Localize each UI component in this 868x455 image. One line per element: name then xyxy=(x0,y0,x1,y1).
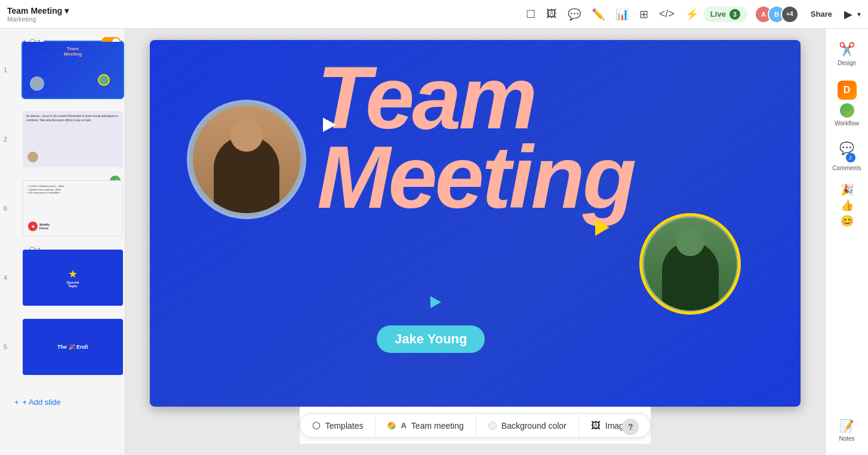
emoji-thumbsup[interactable]: 👍 xyxy=(841,199,854,212)
emoji-party[interactable]: 🎉 xyxy=(841,183,854,196)
play-arrow-top-left xyxy=(323,118,336,132)
slide2-avatar xyxy=(27,152,38,162)
slide-thumb-2: No devices – focus on the content! Remem… xyxy=(23,111,123,167)
slide1-person-right-mini xyxy=(98,74,110,86)
slide-item-2[interactable]: No devices – focus on the content! Remem… xyxy=(21,110,124,168)
live-label: Live xyxy=(710,10,726,19)
slide-item-4[interactable]: 💬3 ★ SpecialTopic xyxy=(21,248,124,307)
bottom-toolbar: ⬡ Templates A Team meeting Background co… xyxy=(300,407,651,444)
slide-title-line1: Team xyxy=(317,58,634,137)
templates-label: Templates xyxy=(325,421,364,431)
document-title[interactable]: Team Meeting ▾ xyxy=(7,6,69,16)
drawing-icon[interactable]: ✏️ xyxy=(592,8,605,21)
bg-color-button[interactable]: Background color xyxy=(476,415,579,436)
slide-number-6: 6 xyxy=(4,205,7,212)
emoji-smile[interactable]: 😊 xyxy=(841,214,854,228)
toolbar-pill: ⬡ Templates A Team meeting Background co… xyxy=(300,413,651,438)
chart-icon[interactable]: 📊 xyxy=(615,8,629,21)
slide-thumb-4: ★ SpecialTopic xyxy=(23,250,123,306)
right-sidebar: ✂️ Design D Workflow 💬 2 Comments 🎉 👍 😊 … xyxy=(825,29,868,455)
slide-number-1: 1 xyxy=(4,66,7,73)
slide-number-4: 4 xyxy=(4,274,7,281)
slide-number-2: 2 xyxy=(4,136,7,143)
add-slide-button[interactable]: + + Add slide xyxy=(7,393,118,411)
slide-item-6[interactable]: ✓ ✓ Confirm marketing report – alpha ✓ U… xyxy=(21,179,124,238)
slide-item-2-wrapper: 2 No devices – focus on the content! Rem… xyxy=(14,106,125,172)
slide-title-line2: Meeting xyxy=(317,137,634,217)
theme-label-letter: A xyxy=(401,421,406,430)
title-area: Team Meeting ▾ Marketing xyxy=(7,6,69,23)
sidebar-item-workflow[interactable]: D Workflow xyxy=(828,75,866,133)
notes-label: Notes xyxy=(839,435,854,442)
slide1-person-left-mini xyxy=(30,76,44,91)
sidebar-item-comments[interactable]: 💬 2 Comments xyxy=(828,135,866,177)
image-icon[interactable]: 🖼 xyxy=(546,8,557,20)
slide4-star: ★ xyxy=(68,268,78,281)
design-label: Design xyxy=(838,60,856,66)
slide4-label: SpecialTopic xyxy=(66,281,79,288)
main-slide[interactable]: Team Meeting xyxy=(150,40,801,407)
comments-label: Comments xyxy=(832,165,861,171)
theme-label: Team meeting xyxy=(411,421,464,431)
slide-item-6-wrapper: 6 ✓ ✓ Confirm marketing report – alpha ✓… xyxy=(14,176,125,241)
slide-item-1[interactable]: 💬2 Team Meeting xyxy=(21,41,124,99)
avatar-more: +4 xyxy=(781,5,799,23)
avatar-stack: A B +4 xyxy=(755,5,799,23)
slide6-label: WeeklyFocus xyxy=(39,223,50,230)
slide-item-4-wrapper: 4 💬3 ★ SpecialTopic xyxy=(14,245,125,310)
name-badge: Jake Young xyxy=(377,325,485,353)
main-area: 1 💬2 Team Meeting xyxy=(0,29,868,455)
templates-icon: ⬡ xyxy=(312,420,321,431)
slide-thumb-6: ✓ Confirm marketing report – alpha ✓ Upd… xyxy=(23,180,123,236)
slide-thumb-1: Team Meeting xyxy=(23,42,123,98)
theme-color-dot xyxy=(387,422,396,430)
title-text: Team Meeting xyxy=(7,6,62,16)
slide-item-5[interactable]: The 🎉 End! xyxy=(21,318,124,376)
play-button[interactable]: ▶ xyxy=(844,8,852,21)
slide1-title-line2: Meeting xyxy=(64,52,82,57)
table-icon[interactable]: ⊞ xyxy=(639,8,648,21)
person-right-inner xyxy=(644,218,737,310)
person-left-inner xyxy=(193,106,300,213)
slide-item-1-wrapper: 1 💬2 Team Meeting xyxy=(14,37,125,103)
theme-button[interactable]: A Team meeting xyxy=(375,415,476,436)
workflow-sub-icon xyxy=(840,103,854,118)
live-button[interactable]: Live 3 xyxy=(703,7,747,22)
emoji-icon[interactable]: 💬 xyxy=(568,8,581,21)
bg-color-label: Background color xyxy=(501,421,567,431)
templates-button[interactable]: ⬡ Templates xyxy=(300,414,376,437)
comments-badge: 2 xyxy=(846,153,855,162)
slide-list: 1 💬2 Team Meeting xyxy=(0,37,125,388)
slide-number-5: 5 xyxy=(4,343,7,351)
workflow-icon: D xyxy=(838,81,857,100)
emoji-reactions: 🎉 👍 😊 xyxy=(837,180,857,231)
slide6-icon: ★ xyxy=(28,222,38,231)
sidebar-item-notes[interactable]: 📝 Notes xyxy=(828,413,866,448)
lightning-icon[interactable]: ⚡ xyxy=(685,8,698,21)
slide2-text: No devices – focus on the content! Remem… xyxy=(26,115,119,123)
slide-thumb-5: The 🎉 End! xyxy=(23,319,123,375)
title-caret[interactable]: ▾ xyxy=(64,6,69,16)
topbar: Team Meeting ▾ Marketing ☐ 🖼 💬 ✏️ 📊 ⊞ </… xyxy=(0,0,868,29)
slide5-text: The 🎉 End! xyxy=(57,344,88,350)
sidebar-item-design[interactable]: ✂️ Design xyxy=(828,36,866,72)
image-toolbar-icon: 🖼 xyxy=(591,420,601,431)
image-button[interactable]: 🖼 Image › xyxy=(579,414,651,437)
text-icon[interactable]: ☐ xyxy=(526,8,535,21)
slide-main-title: Team Meeting xyxy=(317,58,634,217)
person-circle-left xyxy=(187,100,306,219)
play-arrow-mid xyxy=(430,296,441,308)
share-button[interactable]: Share xyxy=(804,6,839,22)
slide-panel: 1 💬2 Team Meeting xyxy=(0,29,125,455)
slide6-text: ✓ Confirm marketing report – alpha ✓ Upd… xyxy=(27,185,119,195)
notes-icon: 📝 xyxy=(839,419,854,433)
play-dropdown[interactable]: ▾ xyxy=(857,10,861,19)
live-count: 3 xyxy=(730,9,740,20)
play-arrow-right xyxy=(595,219,610,236)
add-slide-label: + Add slide xyxy=(23,398,61,407)
bg-color-dot xyxy=(488,422,497,430)
document-subtitle: Marketing xyxy=(7,16,69,23)
workflow-label: Workflow xyxy=(835,120,859,127)
code-icon[interactable]: </> xyxy=(659,8,675,20)
slide-item-5-wrapper: 5 The 🎉 End! xyxy=(14,314,125,380)
